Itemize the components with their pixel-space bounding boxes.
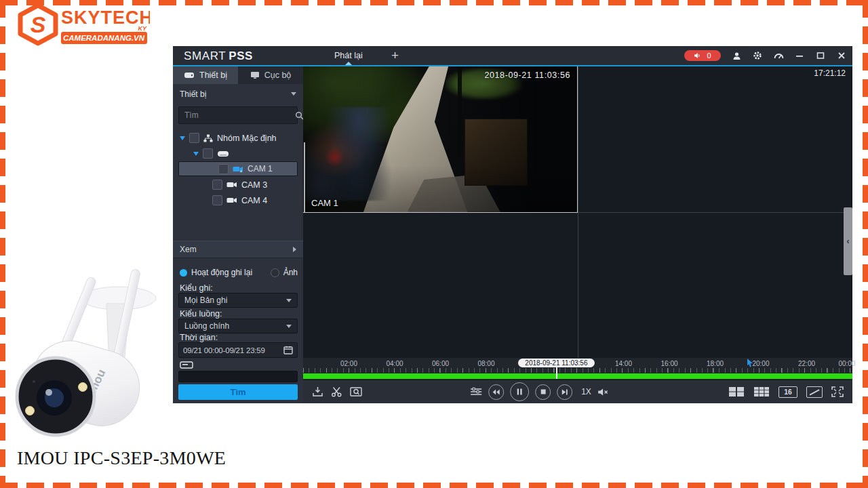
layout-controls: 16 [728,386,844,398]
speed-indicator[interactable]: 1X [581,387,591,396]
split-4-button[interactable] [728,386,745,397]
camera-checkbox[interactable] [212,180,222,190]
camera-lens-highlight [45,389,52,396]
logo-site: CAMERADANANG.VN [63,34,145,42]
expand-arrow-icon[interactable] [180,136,185,140]
alarm-count: 0 [707,52,711,60]
expand-arrow-icon[interactable] [193,152,199,156]
stream-type-value: Luồng chính [184,321,229,331]
device-group-dropdown[interactable]: Thiết bị [173,85,303,102]
camera-label: CAM 1 [248,164,273,174]
tree-camera-row-1[interactable]: CAM 1 [178,161,298,176]
timeline-tick: 04:00 [387,360,403,367]
rewind-button[interactable] [488,384,504,400]
user-button[interactable] [731,50,742,61]
video-pane-cam1[interactable]: 2018-09-21 11:03:56 CAM 1 [303,66,578,213]
tree-group-row[interactable]: Nhóm Mặc định [173,130,303,146]
stop-button[interactable] [535,384,551,400]
close-icon [837,52,846,60]
sidebar-tab-device[interactable]: Thiết bị [173,66,238,84]
chevron-down-icon [286,325,292,328]
view-section-header[interactable]: Xem [173,241,303,258]
maximize-icon [816,52,825,60]
tree-camera-row-3[interactable]: CAM 3 [173,177,303,192]
product-image: imou [7,258,166,442]
next-frame-button[interactable] [557,384,572,400]
playback-settings-button[interactable] [470,387,482,396]
panel-collapse-handle[interactable]: ‹ [844,207,852,275]
timeline-tick: 06:00 [432,360,449,367]
user-icon [732,52,741,60]
page-border-left [0,0,5,488]
gauge-icon [774,52,784,60]
playback-controls: 1X [470,382,608,401]
toolbar-left-group [312,386,363,397]
tree-camera-row-4[interactable]: CAM 4 [173,192,303,208]
settings-button[interactable] [752,50,763,61]
timeline-playhead[interactable] [556,367,557,379]
group-checkbox[interactable] [189,133,199,143]
camera-checkbox[interactable] [212,195,222,205]
chevron-right-icon [293,247,296,252]
custom-split-button[interactable] [806,386,823,398]
calendar-icon[interactable] [283,346,293,354]
titlebar-actions: 0 [684,46,847,65]
tree-device-row[interactable] [173,146,303,161]
timeline[interactable]: 02:00 04:00 06:00 08:00 14:00 16:00 18:0… [303,358,852,380]
digital-zoom-button[interactable] [350,386,363,397]
timeline-tick: 20:00 [752,360,769,367]
sidebar-tab-local-label: Cục bộ [264,70,292,80]
stream-type-label: Kiểu luồng: [180,309,222,319]
tab-playback[interactable]: Phát lại [323,46,374,65]
radio-picture[interactable] [271,268,279,277]
minimize-button[interactable] [794,50,805,61]
chevron-left-icon: ‹ [847,237,850,246]
search-input[interactable] [179,110,295,120]
group-icon [203,134,213,142]
system-clock: 17:21:12 [814,68,846,78]
view-section-label: Xem [180,245,197,254]
time-range-field[interactable]: 09/21 00:00-09/21 23:59 [178,342,298,358]
mute-button[interactable] [597,388,608,396]
clip-scissors-button[interactable] [331,386,342,397]
camera-icon [226,197,237,204]
device-search [178,106,298,124]
stream-type-select[interactable]: Luồng chính [178,319,298,333]
logo-badge: KY [138,25,146,32]
device-group-dropdown-value: Thiết bị [180,89,206,99]
device-filter-input[interactable] [178,371,298,382]
add-tab-button[interactable]: + [391,48,399,63]
record-type-value: Mọi Bản ghi [184,296,227,305]
maximize-button[interactable] [815,50,826,61]
timeline-playhead-label: 2018-09-21 11:03:56 [518,359,594,367]
split-16-button[interactable]: 16 [778,386,797,398]
chevron-down-icon [291,92,296,96]
device-filter-icon[interactable] [180,361,193,371]
page-border-right [863,0,868,488]
download-button[interactable] [312,386,323,397]
device-checkbox[interactable] [203,148,213,159]
search-icon[interactable] [295,111,303,120]
sidebar-tab-local[interactable]: Cục bộ [238,66,303,84]
page-border-bottom [0,483,868,488]
pause-button[interactable] [510,382,529,401]
playback-toolbar: 1X [303,380,852,403]
sidebar-tab-device-label: Thiết bị [199,70,227,80]
page: S SKYTECH KY CAMERADANANG.VN [0,0,868,488]
playback-area: 2018-09-21 11:03:56 CAM 1 ‹ 02:00 04:00 … [303,66,852,403]
radio-record-activity-label: Hoạt động ghi lại [191,268,252,277]
radio-picture-label: Ảnh [283,268,298,277]
camera-checkbox[interactable] [218,164,229,174]
dashboard-button[interactable] [773,50,784,61]
timeline-tickmarks [303,368,852,373]
search-button[interactable]: Tìm [178,384,298,400]
alarm-counter-button[interactable]: 0 [684,50,721,61]
camera-mic-hole [33,380,35,383]
radio-record-activity[interactable] [180,269,187,277]
timeline-record-bar[interactable] [303,373,852,379]
split-9-button[interactable] [753,386,770,397]
camera-label: CAM 3 [241,180,267,190]
fullscreen-button[interactable] [831,386,844,397]
close-button[interactable] [836,50,847,61]
record-type-select[interactable]: Mọi Bản ghi [178,293,298,308]
